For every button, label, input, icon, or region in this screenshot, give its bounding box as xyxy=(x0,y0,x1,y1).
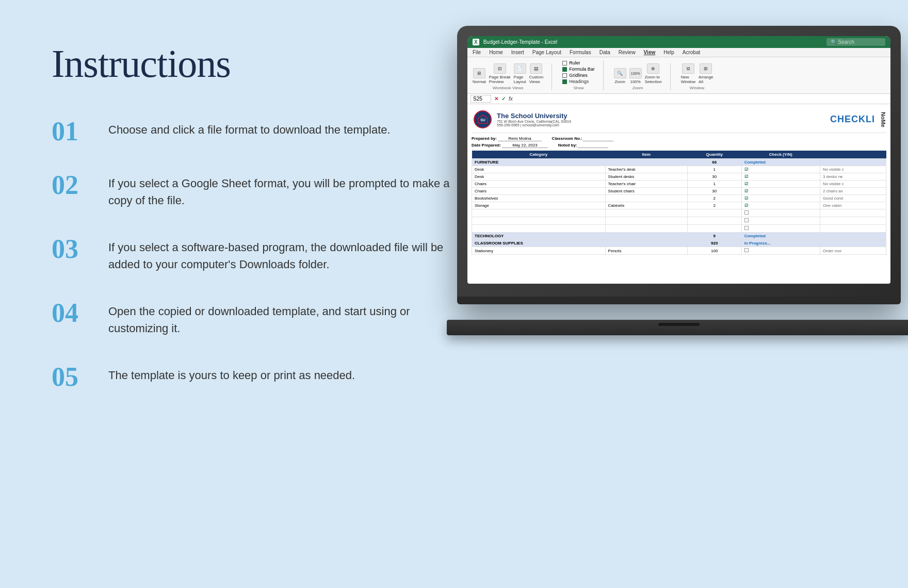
cell-check xyxy=(741,247,820,255)
menu-page-layout[interactable]: Page Layout xyxy=(532,50,561,55)
spreadsheet-content: SU The School University 751 W Birch Ave… xyxy=(467,104,890,259)
step-text-1: Choose and click a file format to downlo… xyxy=(108,117,391,138)
table-row: Chairs Student chairs 30 ☑ 2 chairs an xyxy=(472,188,886,195)
excel-search[interactable]: 🔍 Search xyxy=(826,38,885,46)
step-3: 03 If you select a software-based progra… xyxy=(52,235,458,273)
checkbox-empty-icon xyxy=(744,248,749,252)
menu-view[interactable]: View xyxy=(644,50,656,55)
gridlines-checkbox[interactable] xyxy=(562,73,567,78)
school-name: The School University xyxy=(497,112,571,120)
menu-insert[interactable]: Insert xyxy=(511,50,524,55)
noted-by-row: Noted by: xyxy=(558,143,608,148)
new-window-btn[interactable]: ⧉ NewWindow xyxy=(681,63,695,84)
page-container: Instructions 01 Choose and click a file … xyxy=(0,0,908,588)
zoom-100-btn[interactable]: 100% 100% xyxy=(629,68,642,84)
step-number-5: 05 xyxy=(52,363,93,390)
th-item: Item xyxy=(605,151,687,159)
checkbox-empty-icon xyxy=(744,210,749,215)
date-prepared-value: May 22, 2023 xyxy=(502,143,547,148)
cell-qty xyxy=(687,225,741,233)
cell-qty: 30 xyxy=(687,173,741,181)
ribbon-custom-views-btn[interactable]: ▤ CustomViews xyxy=(529,63,544,84)
cell-note: No visible c xyxy=(820,166,886,173)
cell-check: ☑ xyxy=(741,202,820,209)
ribbon-window-buttons: ⧉ NewWindow ⊞ ArrangeAll xyxy=(681,63,714,84)
formula-bar: S25 ✕ ✓ fx xyxy=(467,94,890,104)
classroom-no-label: Classroom No.: xyxy=(552,136,582,141)
th-quantity: Quantity xyxy=(687,151,741,159)
arrange-all-btn[interactable]: ⊞ ArrangeAll xyxy=(699,63,713,84)
menu-acrobat[interactable]: Acrobat xyxy=(683,50,700,55)
excel-ribbon: ⊞ Normal ⊟ Page BreakPreview 📄 xyxy=(467,57,890,94)
cell-check: ☑ xyxy=(741,195,820,202)
cell-item: Cabinets xyxy=(605,202,687,209)
excel-titlebar-right: 🔍 Search xyxy=(826,38,885,46)
cell-qty: 920 xyxy=(687,240,741,247)
cell-qty: 1 xyxy=(687,181,741,188)
checkmark-icon: ☑ xyxy=(744,203,748,208)
laptop-section: X Budget-Ledger-Template - Excel 🔍 Searc… xyxy=(440,26,908,335)
step-2: 02 If you select a Google Sheet format, … xyxy=(52,171,458,209)
zoom-group-label: Zoom xyxy=(633,86,643,90)
new-window-icon: ⧉ xyxy=(682,63,694,74)
school-address: 751 W Birch Ave Clovis, California(CA), … xyxy=(497,120,571,123)
menu-review[interactable]: Review xyxy=(619,50,636,55)
ruler-checkbox[interactable] xyxy=(562,61,567,66)
cell-note: No visible c xyxy=(820,181,886,188)
prepared-by-value: Remi Molina xyxy=(498,136,541,141)
ribbon-zoom-group: 🔍 Zoom 100% 100% ⊕ Zoom xyxy=(614,63,671,90)
formula-bar-option[interactable]: Formula Bar xyxy=(562,67,595,72)
checkbox-empty-icon xyxy=(744,226,749,230)
zoom-btn[interactable]: 🔍 Zoom xyxy=(614,68,626,84)
formula-check-icon: ✓ xyxy=(501,96,506,102)
step-text-2: If you select a Google Sheet format, you… xyxy=(108,171,458,209)
ruler-option[interactable]: Ruler xyxy=(562,60,595,66)
cell-note xyxy=(820,209,886,217)
table-header-row: Category Item Quantity Check (Y/N) xyxy=(472,151,886,159)
cell-check xyxy=(741,225,820,233)
zoom-selection-btn[interactable]: ⊕ Zoom toSelection xyxy=(645,63,662,84)
laptop-screen: X Budget-Ledger-Template - Excel 🔍 Searc… xyxy=(467,36,890,284)
show-options: Ruler Formula Bar Gridlines xyxy=(562,60,595,84)
cell-item xyxy=(605,159,687,166)
zoom-icon: 🔍 xyxy=(614,68,626,78)
header-right: CHECKLI NoMe xyxy=(830,112,886,127)
step-text-4: Open the copied or downloaded template, … xyxy=(108,299,458,337)
arrange-all-icon: ⊞ xyxy=(700,63,712,74)
zoom-100-label: 100% xyxy=(630,79,640,84)
step-number-3: 03 xyxy=(52,235,93,263)
school-info: The School University 751 W Birch Ave Cl… xyxy=(497,112,571,127)
cell-qty: 9 xyxy=(687,233,741,240)
formula-bar-checkbox[interactable] xyxy=(562,67,567,72)
cell-note: 3 desks ne xyxy=(820,173,886,181)
headings-checkbox[interactable] xyxy=(562,79,567,84)
menu-formulas[interactable]: Formulas xyxy=(570,50,591,55)
ruler-label: Ruler xyxy=(569,60,580,66)
menu-data[interactable]: Data xyxy=(599,50,610,55)
ribbon-page-layout-btn[interactable]: 📄 PageLayout xyxy=(514,63,526,84)
cell-note: One cabin xyxy=(820,202,886,209)
fx-label: fx xyxy=(509,96,513,102)
cell-note xyxy=(820,225,886,233)
classroom-no-value xyxy=(582,136,613,141)
cell-note xyxy=(820,240,886,247)
cell-note: Order mor xyxy=(820,247,886,255)
cell-note: 2 chairs an xyxy=(820,188,886,195)
formula-bar-label: Formula Bar xyxy=(569,67,595,72)
cell-note: Good cond xyxy=(820,195,886,202)
table-row: TECHNOLOGY 9 Completed xyxy=(472,233,886,240)
th-notes xyxy=(820,151,886,159)
ribbon-window-group: ⧉ NewWindow ⊞ ArrangeAll Window xyxy=(681,63,722,90)
new-window-label: NewWindow xyxy=(681,75,695,84)
laptop-wrapper: X Budget-Ledger-Template - Excel 🔍 Searc… xyxy=(457,26,908,335)
page-layout-label: PageLayout xyxy=(514,75,526,84)
cell-item xyxy=(605,225,687,233)
menu-help[interactable]: Help xyxy=(663,50,674,55)
gridlines-option[interactable]: Gridlines xyxy=(562,73,595,78)
cell-qty: 1 xyxy=(687,166,741,173)
cell-item xyxy=(605,209,687,217)
excel-menubar[interactable]: File Home Insert Page Layout Formulas Da… xyxy=(467,48,890,57)
cell-item: Pencils xyxy=(605,247,687,255)
laptop-keyboard xyxy=(457,297,901,304)
headings-option[interactable]: Headings xyxy=(562,79,595,84)
